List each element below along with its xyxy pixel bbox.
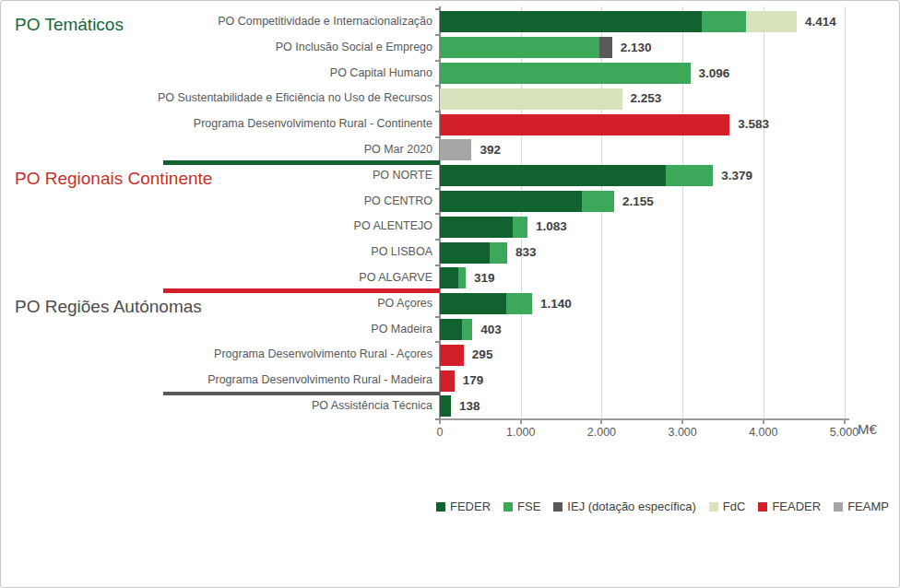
- section-label-3: PO Regiões Autónomas: [15, 297, 202, 317]
- bar: [440, 11, 797, 32]
- chart-frame: 01.0002.0003.0004.0005.000PO Competitivi…: [0, 0, 900, 588]
- value-label: 2.253: [631, 86, 662, 112]
- bar-segment-FEDER: [440, 319, 462, 340]
- value-label: 179: [463, 368, 484, 394]
- bar: [440, 242, 507, 264]
- bar: [440, 345, 464, 366]
- legend-label: FEAMP: [847, 500, 889, 513]
- legend-label: IEJ (dotação específica): [567, 500, 695, 513]
- value-label: 392: [480, 137, 501, 163]
- value-label: 1.083: [536, 214, 567, 240]
- gridline: [764, 6, 764, 419]
- value-label: 4.414: [805, 9, 836, 35]
- y-axis-tick: [435, 341, 440, 343]
- bar: [440, 395, 451, 417]
- bar: [440, 139, 471, 160]
- value-label: 403: [480, 317, 502, 343]
- bar-segment-FEDER: [440, 267, 458, 288]
- section-label-1: PO Temáticos: [15, 15, 124, 35]
- legend-marker-FdC: [709, 502, 718, 512]
- value-label: 3.379: [721, 163, 752, 189]
- x-axis-tick-label: 1.000: [489, 426, 553, 439]
- value-label: 295: [472, 342, 493, 368]
- value-label: 2.130: [621, 35, 652, 61]
- legend-marker-FEADER: [758, 502, 767, 512]
- legend-label: FSE: [517, 500, 540, 513]
- legend-label: FEADER: [772, 500, 821, 513]
- x-axis-tick-label: 2.000: [569, 426, 634, 439]
- y-axis-tick: [435, 188, 440, 190]
- legend-item-FSE: FSE: [503, 500, 540, 513]
- bar: [440, 63, 691, 84]
- bar-segment-FEADER: [440, 370, 455, 392]
- y-axis-tick: [435, 213, 440, 215]
- category-label: PO Mar 2020: [1, 137, 432, 163]
- section-label-2: PO Regionais Continente: [15, 169, 212, 189]
- bar: [440, 217, 527, 238]
- bar-segment-FSE: [458, 267, 466, 288]
- bar-segment-FSE: [582, 191, 614, 212]
- bar-segment-FEDER: [440, 191, 582, 212]
- bar-segment-FEAMP: [440, 139, 471, 160]
- bar-segment-IEJ: [599, 37, 612, 58]
- legend-item-FEDER: FEDER: [436, 500, 491, 513]
- legend-item-FEADER: FEADER: [758, 500, 821, 513]
- category-label: PO Assistência Técnica: [1, 394, 432, 419]
- bar-segment-FdC: [440, 88, 622, 110]
- category-label: PO CENTRO: [1, 189, 432, 215]
- bar: [440, 319, 472, 340]
- category-label: Programa Desenvolvimento Rural - Madeira: [1, 368, 432, 394]
- y-axis-tick: [435, 8, 440, 10]
- y-axis-tick: [435, 85, 440, 87]
- section-separator-3: [163, 392, 440, 396]
- bar-segment-FSE: [666, 165, 714, 186]
- y-axis-tick: [435, 418, 440, 420]
- legend-marker-IEJ: [553, 502, 562, 512]
- y-axis-tick: [435, 265, 440, 266]
- bar: [440, 293, 532, 314]
- bar: [440, 191, 614, 212]
- legend-item-FEAMP: FEAMP: [834, 500, 889, 513]
- category-label: Programa Desenvolvimento Rural - Açores: [1, 342, 432, 368]
- legend-item-IEJ: IEJ (dotação específica): [553, 500, 695, 513]
- legend-item-FdC: FdC: [709, 500, 746, 513]
- bar-segment-FEADER: [440, 345, 464, 366]
- gridline: [845, 6, 846, 419]
- bar: [440, 165, 713, 186]
- bar: [440, 370, 455, 392]
- bar-segment-FSE: [702, 11, 746, 32]
- bar-segment-FSE: [440, 63, 691, 84]
- bar-segment-FSE: [490, 242, 507, 264]
- category-label: PO Sustentabilidade e Eficiência no Uso …: [1, 86, 432, 112]
- bar-segment-FEDER: [440, 11, 702, 32]
- category-label: PO Madeira: [1, 317, 432, 343]
- bar: [440, 88, 622, 110]
- section-separator-2: [163, 288, 440, 293]
- category-label: PO ALENTEJO: [1, 214, 432, 240]
- x-axis-tick-label: 3.000: [650, 426, 715, 439]
- y-axis-tick: [435, 136, 440, 138]
- value-label: 1.140: [540, 291, 572, 317]
- x-axis-tick-label: 0: [408, 426, 472, 439]
- bar-segment-FEADER: [440, 114, 729, 135]
- bar-segment-FEDER: [440, 395, 451, 417]
- value-label: 138: [459, 394, 480, 419]
- legend: FEDERFSEIEJ (dotação específica)FdCFEADE…: [436, 500, 889, 513]
- y-axis-tick: [435, 111, 440, 112]
- value-label: 833: [515, 240, 537, 265]
- legend-marker-FEAMP: [834, 502, 843, 512]
- y-axis-tick: [435, 60, 440, 62]
- value-label: 3.096: [699, 61, 730, 87]
- y-axis-tick: [435, 367, 440, 369]
- category-label: Programa Desenvolvimento Rural - Contine…: [1, 112, 432, 137]
- x-axis-line: [435, 418, 849, 420]
- y-axis-tick: [435, 239, 440, 241]
- value-label: 319: [474, 265, 495, 291]
- legend-label: FEDER: [450, 500, 491, 513]
- bar-segment-FEDER: [440, 165, 666, 186]
- bar: [440, 114, 729, 135]
- bar: [440, 267, 466, 288]
- axis-unit-label: M€: [858, 421, 877, 437]
- bar-segment-FEDER: [440, 242, 490, 264]
- bar-segment-FSE: [513, 217, 527, 238]
